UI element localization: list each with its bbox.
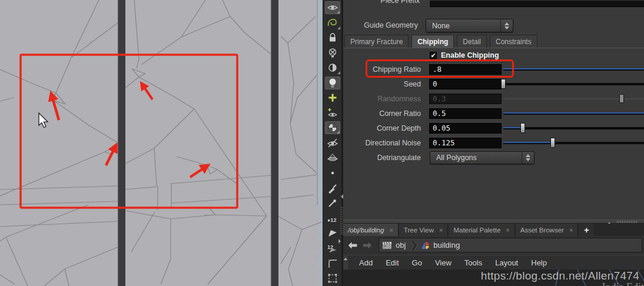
slider-handle[interactable]: [501, 79, 506, 89]
menu-go[interactable]: Go: [406, 258, 429, 267]
tab-detail[interactable]: Detail: [457, 35, 487, 48]
param-label[interactable]: Seed: [343, 77, 421, 92]
menu-help[interactable]: Help: [525, 258, 553, 267]
back-arrow-icon[interactable]: [347, 241, 358, 250]
pen-icon[interactable]: [325, 197, 340, 209]
forward-arrow-icon[interactable]: [361, 241, 373, 250]
menu-add[interactable]: Add: [353, 258, 379, 267]
breadcrumb[interactable]: obj building: [379, 238, 642, 252]
param-value-field[interactable]: 0.125: [429, 138, 502, 148]
svg-text:12: 12: [330, 217, 336, 223]
splitter-collapse-right-icon[interactable]: [338, 239, 343, 244]
slider-handle[interactable]: [520, 123, 525, 133]
param-row-directional-noise: Directional Noise0.125: [343, 136, 644, 151]
menu-edit[interactable]: Edit: [379, 258, 405, 267]
detriangulate-label[interactable]: Detriangulate: [343, 151, 421, 165]
param-slider[interactable]: [503, 77, 644, 92]
slider-track[interactable]: [503, 142, 644, 144]
headlight-icon[interactable]: [325, 61, 340, 74]
path-bar: obj building: [343, 236, 644, 255]
param-label[interactable]: Corner Depth: [343, 121, 421, 136]
light-eye-icon[interactable]: [325, 107, 340, 119]
piece-prefix-field[interactable]: [430, 1, 644, 7]
param-row-randomness: Randomness0.3: [343, 92, 644, 107]
obj-manager-icon: [382, 241, 393, 250]
pane-tab-asset-browser[interactable]: Asset Browser×: [516, 224, 579, 236]
divider-grip[interactable]: [617, 221, 637, 223]
add-light-icon[interactable]: [325, 91, 340, 104]
annotation-overlay: [0, 0, 323, 286]
normal-lighting-icon[interactable]: [325, 77, 340, 89]
lock-camera-icon[interactable]: [325, 31, 340, 44]
slider-track[interactable]: [503, 112, 644, 115]
paint-brush-icon[interactable]: [325, 182, 340, 195]
geometry-node-icon: [420, 241, 430, 250]
parameter-tabs: Primary FractureChippingDetailConstraint…: [344, 35, 540, 48]
tab-chipping[interactable]: Chipping: [411, 35, 454, 48]
annotation-arrow-2: [144, 87, 152, 99]
material-sphere-icon[interactable]: [325, 121, 340, 134]
ghost-objects-icon[interactable]: [325, 16, 340, 29]
param-value-field[interactable]: 0.3: [429, 94, 502, 104]
point-marker-icon[interactable]: [325, 167, 340, 179]
param-label[interactable]: Chipping Ratio: [343, 62, 421, 77]
tab-constraints[interactable]: Constraints: [490, 35, 537, 48]
annotation-rectangle: [21, 55, 237, 208]
enable-chipping-checkbox[interactable]: ✔: [430, 52, 437, 59]
slider-track[interactable]: [503, 83, 644, 85]
point-numbers-icon[interactable]: 12: [325, 212, 340, 225]
param-value-field[interactable]: 0.05: [429, 123, 502, 134]
new-tab-button[interactable]: +: [579, 224, 594, 236]
splitter-collapse-left-icon[interactable]: [338, 194, 343, 199]
pane-scroll-stub[interactable]: [343, 255, 348, 270]
slider-track[interactable]: [503, 68, 644, 71]
network-editor[interactable]: https://blog.csdn.net/Allen7474 Indie Ed…: [343, 270, 644, 286]
param-slider[interactable]: [503, 121, 644, 136]
pane-tab-tree-view[interactable]: Tree View×: [399, 224, 449, 236]
slider-handle[interactable]: [550, 138, 555, 148]
tab-primary-fracture[interactable]: Primary Fracture: [344, 35, 409, 48]
param-label[interactable]: Directional Noise: [343, 136, 421, 151]
param-slider[interactable]: [503, 62, 644, 77]
param-label[interactable]: Randomness: [343, 92, 421, 107]
guide-geometry-label[interactable]: Guide Geometry: [343, 19, 418, 32]
param-slider[interactable]: [503, 92, 644, 107]
annotation-arrow-1: [52, 98, 59, 120]
close-icon[interactable]: ×: [389, 227, 393, 234]
param-value-field[interactable]: .8: [429, 64, 502, 75]
tab-separator-line: [343, 48, 644, 48]
detriangulate-value: All Polygons: [430, 154, 522, 162]
param-label[interactable]: Corner Ratio: [343, 107, 421, 121]
guide-geometry-dropdown[interactable]: None: [426, 19, 513, 32]
enable-chipping-row: ✔ Enable Chipping: [430, 51, 499, 59]
breadcrumb-item-obj[interactable]: obj: [396, 241, 406, 250]
viewport-3d[interactable]: [0, 0, 323, 286]
shaded-eye-icon[interactable]: [325, 151, 340, 164]
close-icon[interactable]: ×: [439, 227, 443, 234]
detriangulate-dropdown[interactable]: All Polygons: [430, 151, 535, 164]
param-value-field[interactable]: 0: [429, 79, 502, 89]
pane-tab--obj-building[interactable]: /obj/building×: [343, 224, 399, 236]
selection-box-icon[interactable]: [325, 272, 340, 285]
param-slider[interactable]: [503, 107, 644, 121]
prim-numbers-icon[interactable]: 12: [325, 242, 340, 255]
horizontal-pane-divider[interactable]: [343, 220, 644, 224]
menu-tools[interactable]: Tools: [458, 258, 489, 267]
no-lighting-icon[interactable]: [325, 46, 340, 59]
close-icon[interactable]: ×: [506, 227, 509, 234]
close-icon[interactable]: ×: [569, 227, 573, 234]
profile-curve-icon[interactable]: [325, 257, 340, 270]
prim-marker-icon[interactable]: [325, 227, 340, 240]
param-slider[interactable]: [503, 136, 644, 151]
breadcrumb-item-building[interactable]: building: [433, 241, 460, 250]
hide-geometry-eye-icon[interactable]: [325, 137, 340, 149]
visibility-eye-icon[interactable]: [325, 1, 340, 14]
menu-layout[interactable]: Layout: [489, 258, 525, 267]
menu-view[interactable]: View: [429, 258, 458, 267]
param-value-field[interactable]: 0.5: [429, 108, 502, 119]
pane-tab-material-palette[interactable]: Material Palette×: [449, 224, 514, 236]
mouse-cursor: [39, 113, 48, 128]
slider-handle[interactable]: [619, 94, 624, 103]
dropdown-spinner-icon[interactable]: [500, 19, 513, 32]
dropdown-spinner-icon[interactable]: [522, 152, 534, 164]
